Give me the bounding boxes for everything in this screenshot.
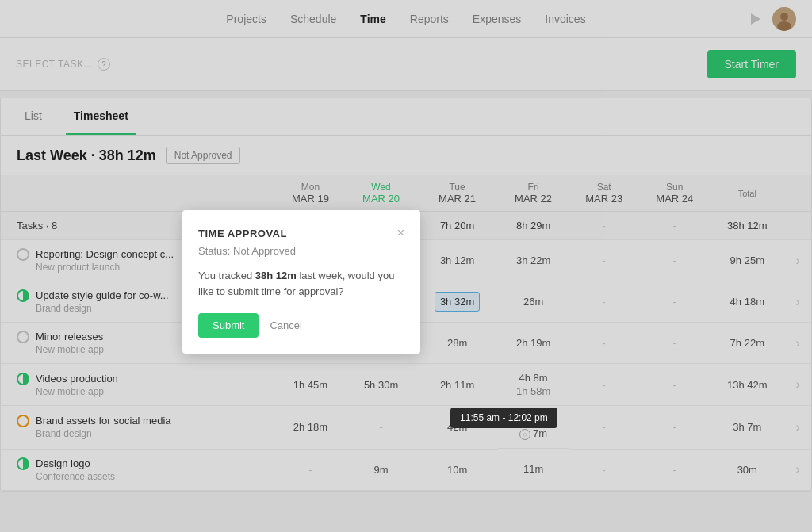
modal-close-button[interactable]: ×: [397, 226, 404, 240]
modal-actions: Submit Cancel: [198, 313, 404, 338]
modal-title: TIME APPROVAL: [198, 228, 287, 239]
modal-header: TIME APPROVAL ×: [198, 226, 404, 240]
time-tooltip: 11:55 am - 12:02 pm: [450, 408, 557, 428]
modal-cancel-button[interactable]: Cancel: [266, 313, 304, 338]
time-approval-modal: TIME APPROVAL × Status: Not Approved You…: [182, 210, 420, 354]
modal-body: You tracked 38h 12m last week, would you…: [198, 268, 404, 299]
modal-status: Status: Not Approved: [198, 245, 404, 257]
modal-submit-button[interactable]: Submit: [198, 313, 259, 338]
